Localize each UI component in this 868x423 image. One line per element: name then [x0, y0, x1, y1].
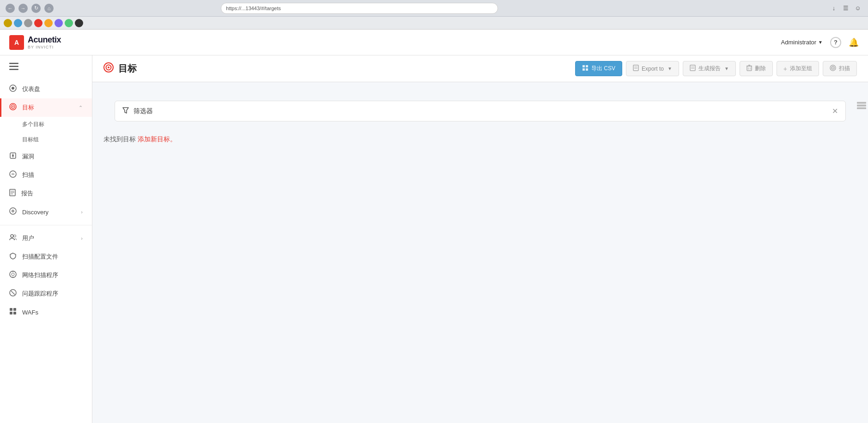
svg-rect-36	[583, 65, 585, 67]
logo-sub: by Invicti	[28, 45, 61, 49]
sidebar-item-dashboard[interactable]: 仪表盘	[0, 80, 92, 98]
svg-rect-57	[857, 107, 866, 109]
svg-point-53	[832, 67, 833, 68]
home-button[interactable]: ⌂	[44, 4, 54, 13]
sidebar-item-wafs[interactable]: WAFs	[0, 303, 92, 321]
issue-trackers-icon	[9, 289, 17, 298]
reports-icon	[9, 189, 16, 198]
export-csv-icon	[582, 65, 589, 73]
svg-rect-32	[13, 312, 16, 314]
ext-icon-5[interactable]	[44, 19, 53, 27]
sidebar-item-scan-profiles[interactable]: 扫描配置文件	[0, 248, 92, 266]
sidebar-item-vulnerabilities[interactable]: 漏洞	[0, 147, 92, 166]
users-icon	[9, 234, 17, 243]
page-title: 目标	[118, 62, 137, 75]
sidebar-sub-item-target-groups[interactable]: 目标组	[0, 132, 92, 147]
network-scanners-icon	[9, 271, 17, 280]
svg-point-21	[11, 235, 13, 237]
filter-container: 筛选器 ✕	[103, 91, 857, 121]
browser-actions: ↓ ☰ ☺	[829, 4, 862, 13]
svg-rect-3	[9, 66, 18, 67]
ext-icon-8[interactable]	[75, 19, 83, 27]
svg-point-24	[12, 273, 14, 276]
svg-rect-2	[9, 63, 18, 64]
sidebar-item-scans[interactable]: 扫描	[0, 166, 92, 184]
sidebar-item-issue-trackers[interactable]: 问题跟踪程序	[0, 284, 92, 303]
ext-icon-2[interactable]	[14, 19, 22, 27]
generate-report-icon	[690, 65, 696, 73]
logo-text-area: Acunetix by Invicti	[28, 35, 61, 49]
sidebar-divider-1	[0, 225, 92, 225]
export-to-label: Export to	[642, 66, 664, 72]
filter-close-button[interactable]: ✕	[832, 107, 838, 115]
back-button[interactable]: ←	[6, 4, 15, 13]
scan-button[interactable]: 扫描	[823, 61, 857, 76]
sidebar-item-reports[interactable]: 报告	[0, 184, 92, 203]
sidebar-item-label: WAFs	[22, 309, 38, 316]
discovery-chevron-icon: ›	[81, 209, 83, 215]
sidebar-sub-item-label: 多个目标	[22, 121, 44, 128]
svg-rect-31	[10, 312, 12, 314]
empty-state: 未找到目标 添加新目标。	[92, 121, 868, 157]
page-header: 目标 导出 CSV Export to ▼	[92, 55, 868, 82]
svg-point-23	[10, 271, 16, 278]
view-toggle-button[interactable]	[857, 102, 866, 111]
sidebar-item-label: 扫描	[22, 171, 34, 179]
svg-rect-30	[13, 308, 16, 311]
sidebar-item-network-scanners[interactable]: 网络扫描程序	[0, 266, 92, 284]
add-to-group-icon: +	[783, 65, 787, 73]
wafs-icon	[9, 308, 17, 317]
export-to-button[interactable]: Export to ▼	[626, 61, 679, 76]
targets-chevron-icon: ⌃	[79, 105, 83, 111]
add-to-group-button[interactable]: + 添加至组	[777, 61, 819, 76]
sidebar-item-label: 报告	[21, 189, 33, 198]
notifications-button[interactable]: 🔔	[849, 37, 859, 48]
sidebar-item-label: 扫描配置文件	[22, 253, 58, 261]
sidebar-menu-button[interactable]	[0, 55, 92, 80]
filter-icon	[122, 107, 129, 115]
reload-button[interactable]: ↻	[31, 4, 41, 13]
ext-icon-1[interactable]	[4, 19, 12, 27]
sidebar-item-label: 用户	[22, 234, 34, 242]
admin-label: Administrator	[781, 39, 817, 46]
scan-label: 扫描	[839, 65, 850, 73]
url-bar[interactable]: https://...13443/#/targets	[221, 3, 498, 14]
dashboard-icon	[9, 85, 17, 94]
sidebar-item-label: 漏洞	[22, 152, 34, 161]
export-csv-button[interactable]: 导出 CSV	[575, 61, 622, 76]
svg-rect-46	[747, 66, 752, 71]
forward-button[interactable]: →	[18, 4, 28, 13]
browser-chrome: ← → ↻ ⌂ https://...13443/#/targets ↓ ☰ ☺	[0, 0, 868, 17]
generate-report-button[interactable]: 生成报告 ▼	[683, 61, 736, 76]
logo-text: Acunetix	[28, 35, 61, 45]
download-icon[interactable]: ↓	[829, 4, 838, 13]
svg-point-22	[14, 235, 16, 237]
svg-rect-37	[586, 65, 588, 67]
admin-chevron-icon: ▼	[818, 40, 823, 45]
delete-button[interactable]: 删除	[740, 61, 773, 76]
ext-icon-4[interactable]	[34, 19, 42, 27]
page-title-area: 目标	[103, 62, 137, 75]
add-target-link[interactable]: 添加新目标。	[138, 135, 176, 143]
header-actions: 导出 CSV Export to ▼ 生成报告 ▼	[575, 61, 857, 76]
sidebar-item-label: Discovery	[22, 209, 49, 216]
svg-marker-54	[123, 108, 128, 113]
ext-icon-7[interactable]	[65, 19, 73, 27]
sidebar-item-discovery[interactable]: Discovery ›	[0, 203, 92, 221]
sidebar-item-targets[interactable]: 目标 ⌃	[0, 98, 92, 117]
bookmarks-icon[interactable]: ☰	[841, 4, 850, 13]
logo-icon: A	[9, 35, 24, 50]
page-title-icon	[103, 62, 114, 75]
help-button[interactable]: ?	[830, 37, 841, 48]
svg-point-35	[108, 66, 109, 68]
main-layout: 仪表盘 目标 ⌃ 多个目标 目标组 漏洞	[0, 55, 868, 423]
sidebar-item-users[interactable]: 用户 ›	[0, 229, 92, 248]
sidebar-sub-item-multiple-targets[interactable]: 多个目标	[0, 117, 92, 132]
admin-dropdown[interactable]: Administrator ▼	[781, 39, 823, 46]
profile-icon[interactable]: ☺	[853, 4, 862, 13]
export-to-chevron-icon: ▼	[668, 66, 672, 71]
svg-rect-29	[10, 308, 12, 311]
scans-icon	[9, 170, 17, 180]
ext-icon-3[interactable]	[24, 19, 32, 27]
ext-icon-6[interactable]	[55, 19, 63, 27]
